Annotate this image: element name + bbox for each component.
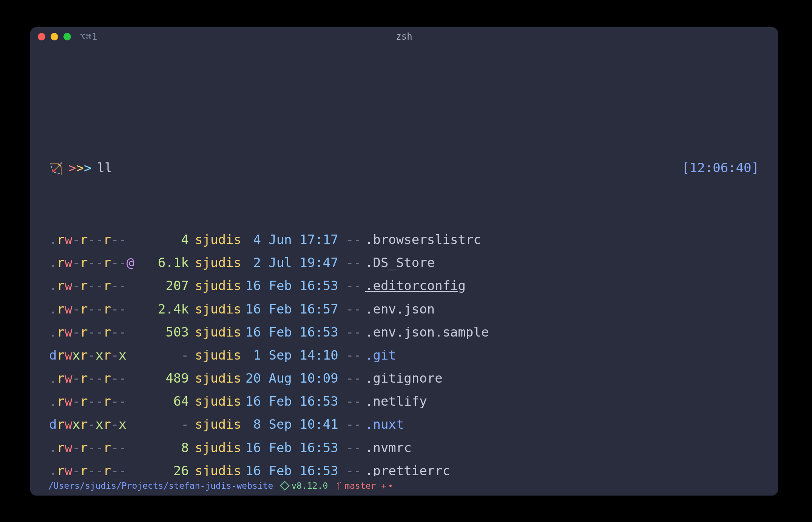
terminal-window[interactable]: ⌥⌘1 zsh 🏹 >>> ll [12:06:40] .rw-r--r--4s… [30, 27, 778, 496]
timestamp: [12:06:40] [682, 156, 759, 179]
status-node: v8.12.0 [281, 481, 328, 491]
list-item: .rw-r--r--2.4ksjudis16 Feb 16:57--.env.j… [49, 298, 759, 321]
list-item: drwxr-xr-x-sjudis 1 Sep 14:10--.git [49, 344, 759, 367]
permissions: .rw-r--r-- [49, 436, 147, 459]
file-name: .env.json.sample [365, 321, 489, 344]
prompt-chevrons: >>> [68, 156, 91, 179]
list-item: .rw-r--r--4sjudis 4 Jun 17:17--.browsers… [49, 228, 759, 251]
file-date: 20 Aug 10:09 [245, 367, 344, 390]
command-text: ll [97, 156, 112, 179]
separator: -- [344, 321, 365, 344]
file-date: 16 Feb 16:53 [245, 436, 344, 459]
permissions: drwxr-xr-x [49, 344, 147, 367]
file-date: 16 Feb 16:57 [245, 298, 344, 321]
permissions: .rw-r--r-- [49, 367, 147, 390]
file-name: .browserslistrc [365, 228, 481, 251]
traffic-lights [38, 33, 71, 40]
file-owner: sjudis [189, 321, 245, 344]
permissions: .rw-r--r-- [49, 459, 147, 476]
separator: -- [344, 459, 365, 476]
git-dirty-dot-icon [389, 485, 392, 487]
file-size: 503 [147, 321, 189, 344]
permissions: .rw-r--r-- [49, 321, 147, 344]
file-size: 6.1k [147, 251, 189, 274]
file-name: .nvmrc [365, 436, 412, 459]
list-item: .rw-r--r--503sjudis16 Feb 16:53--.env.js… [49, 321, 759, 344]
prompt-row: 🏹 >>> ll [12:06:40] [49, 156, 759, 179]
node-version: v8.12.0 [291, 481, 328, 491]
window-title: zsh [30, 31, 778, 42]
file-name: .DS_Store [365, 251, 435, 274]
status-bar: /Users/sjudis/Projects/stefan-judis-webs… [30, 476, 778, 496]
file-owner: sjudis [189, 390, 245, 413]
permissions: .rw-r--r--@ [49, 251, 147, 274]
zoom-icon[interactable] [63, 33, 71, 40]
file-name: .nuxt [365, 413, 404, 436]
permissions: .rw-r--r-- [49, 298, 147, 321]
file-size: 8 [147, 436, 189, 459]
status-git: ᛘ master + [336, 481, 392, 491]
list-item: .rw-r--r--26sjudis16 Feb 16:53--.prettie… [49, 459, 759, 476]
list-item: .rw-r--r--489sjudis20 Aug 10:09--.gitign… [49, 367, 759, 390]
file-owner: sjudis [189, 298, 245, 321]
file-size: 26 [147, 459, 189, 476]
file-owner: sjudis [189, 436, 245, 459]
file-date: 16 Feb 16:53 [245, 459, 344, 476]
file-owner: sjudis [189, 274, 245, 297]
file-owner: sjudis [189, 251, 245, 274]
separator: -- [344, 298, 365, 321]
file-name: .editorconfig [365, 274, 466, 297]
list-item: .rw-r--r--207sjudis16 Feb 16:53--.editor… [49, 274, 759, 297]
file-name: .prettierrc [365, 459, 450, 476]
file-size: - [147, 344, 189, 367]
git-branch: master + [344, 481, 386, 491]
tab-label: ⌥⌘1 [80, 31, 97, 42]
file-owner: sjudis [189, 413, 245, 436]
separator: -- [344, 436, 365, 459]
minimize-icon[interactable] [51, 33, 58, 40]
separator: -- [344, 274, 365, 297]
file-name: .git [365, 344, 396, 367]
file-owner: sjudis [189, 344, 245, 367]
file-size: 4 [147, 228, 189, 251]
file-size: 64 [147, 390, 189, 413]
file-name: .env.json [365, 298, 435, 321]
node-hex-icon [280, 481, 290, 490]
file-date: 2 Jul 19:47 [245, 251, 344, 274]
file-date: 1 Sep 14:10 [245, 344, 344, 367]
permissions: .rw-r--r-- [49, 390, 147, 413]
permissions: drwxr-xr-x [49, 413, 147, 436]
file-size: 2.4k [147, 298, 189, 321]
file-name: .netlify [365, 390, 427, 413]
list-item: drwxr-xr-x-sjudis 8 Sep 10:41--.nuxt [49, 413, 759, 436]
separator: -- [344, 390, 365, 413]
file-owner: sjudis [189, 367, 245, 390]
file-date: 16 Feb 16:53 [245, 274, 344, 297]
file-size: 489 [147, 367, 189, 390]
separator: -- [344, 367, 365, 390]
file-owner: sjudis [189, 459, 245, 476]
terminal-body[interactable]: 🏹 >>> ll [12:06:40] .rw-r--r--4sjudis 4 … [30, 46, 778, 476]
git-branch-icon: ᛘ [336, 481, 341, 491]
separator: -- [344, 344, 365, 367]
close-icon[interactable] [38, 33, 45, 40]
separator: -- [344, 228, 365, 251]
list-item: .rw-r--r--8sjudis16 Feb 16:53--.nvmrc [49, 436, 759, 459]
prompt-emoji-icon: 🏹 [49, 158, 63, 179]
file-date: 8 Sep 10:41 [245, 413, 344, 436]
permissions: .rw-r--r-- [49, 228, 147, 251]
permissions: .rw-r--r-- [49, 274, 147, 297]
titlebar: ⌥⌘1 zsh [30, 27, 778, 46]
file-date: 4 Jun 17:17 [245, 228, 344, 251]
file-date: 16 Feb 16:53 [245, 321, 344, 344]
file-owner: sjudis [189, 228, 245, 251]
status-path: /Users/sjudis/Projects/stefan-judis-webs… [48, 481, 273, 491]
list-item: .rw-r--r--64sjudis16 Feb 16:53--.netlify [49, 390, 759, 413]
file-size: 207 [147, 274, 189, 297]
list-item: .rw-r--r--@6.1ksjudis 2 Jul 19:47--.DS_S… [49, 251, 759, 274]
file-size: - [147, 413, 189, 436]
file-listing: .rw-r--r--4sjudis 4 Jun 17:17--.browsers… [49, 228, 759, 476]
file-name: .gitignore [365, 367, 443, 390]
file-date: 16 Feb 16:53 [245, 390, 344, 413]
separator: -- [344, 413, 365, 436]
